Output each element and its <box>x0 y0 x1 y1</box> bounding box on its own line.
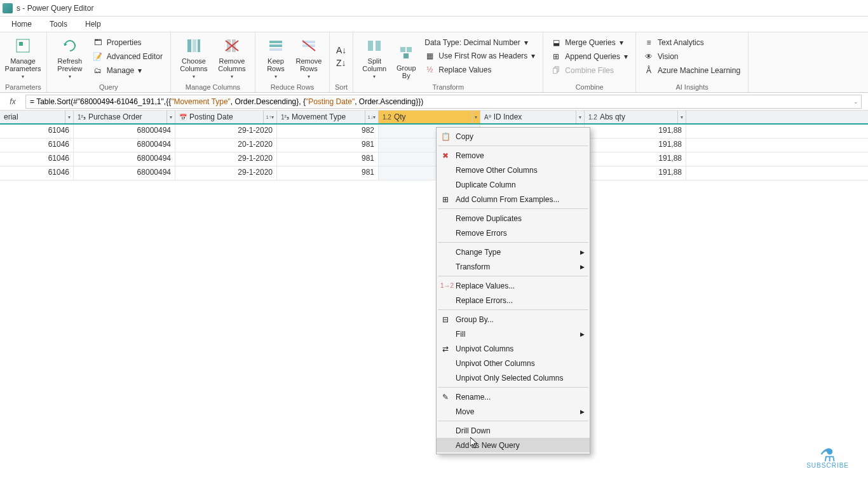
menu-bar: Home Tools Help <box>0 17 868 32</box>
type-int-icon: 1²₃ <box>78 114 86 121</box>
group-by-button[interactable]: Group By <box>393 34 419 81</box>
formula-input[interactable]: = Table.Sort(#"68000494-61046_191,1",{{"… <box>25 95 862 109</box>
properties-button[interactable]: 🗔Properties <box>90 37 165 48</box>
menu-copy[interactable]: 📋Copy <box>437 129 590 144</box>
filter-icon[interactable]: ▾ <box>576 111 581 123</box>
properties-icon: 🗔 <box>93 37 103 48</box>
menu-fill[interactable]: Fill▶ <box>437 327 590 341</box>
data-type-button[interactable]: Data Type: Decimal Number ▾ <box>422 37 538 48</box>
expand-icon[interactable]: ⌄ <box>853 98 858 105</box>
svg-rect-15 <box>368 41 373 51</box>
column-purchase-order[interactable]: 1²₃Purchase Order▾ <box>74 111 175 123</box>
dropdown-icon: ▾ <box>138 66 142 75</box>
manage-parameters-button[interactable]: Manage Parameters ▾ <box>5 34 41 81</box>
fx-icon[interactable]: fx <box>0 97 25 106</box>
column-posting-date[interactable]: 📅Posting Date1↑▾ <box>175 111 277 123</box>
filter-icon[interactable]: 1↑▾ <box>263 111 274 123</box>
formula-bar: fx = Table.Sort(#"68000494-61046_191,1",… <box>0 93 868 111</box>
dropdown-icon: ▾ <box>308 74 310 79</box>
advanced-editor-button[interactable]: 📝Advanced Editor <box>90 51 165 62</box>
svg-rect-5 <box>227 39 231 52</box>
column-abs-qty[interactable]: 1.2Abs qty▾ <box>585 111 686 123</box>
ribbon: Manage Parameters ▾ Parameters Refresh P… <box>0 32 868 93</box>
filter-icon[interactable]: ▾ <box>677 111 683 123</box>
group-icon: ⊟ <box>440 315 451 324</box>
data-grid-header: erial▾ 1²₃Purchase Order▾ 📅Posting Date1… <box>0 111 868 125</box>
filter-icon[interactable]: 1↓▾ <box>365 111 376 123</box>
dropdown-icon: ▾ <box>624 52 628 61</box>
menu-duplicate[interactable]: Duplicate Column <box>437 177 590 192</box>
menu-transform[interactable]: Transform▶ <box>437 259 590 274</box>
remove-rows-button[interactable]: Remove Rows ▾ <box>294 34 324 81</box>
choose-columns-button[interactable]: Choose Columns ▾ <box>176 34 212 81</box>
replace-values-button[interactable]: ½Replace Values <box>422 64 538 76</box>
dropdown-icon: ▾ <box>373 74 376 79</box>
azure-ml-icon: Å <box>644 65 654 76</box>
table-row[interactable]: 61046 68000494 29-1-2020 982 191,88 <box>0 125 868 139</box>
svg-rect-2 <box>187 39 191 52</box>
add-column-icon: ⊞ <box>440 195 451 204</box>
type-int-icon: 1²₃ <box>281 114 289 121</box>
append-queries-button[interactable]: ⊞Append Queries ▾ <box>548 51 630 62</box>
dropdown-icon: ▾ <box>22 74 24 79</box>
menu-home[interactable]: Home <box>11 20 32 29</box>
sort-asc-button[interactable]: A↓ <box>335 44 348 57</box>
merge-queries-button[interactable]: ⬓Merge Queries ▾ <box>548 37 630 48</box>
group-manage-columns: Choose Columns ▾ Remove Columns ▾ Manage… <box>171 32 255 92</box>
unpivot-icon: ⇄ <box>440 344 451 353</box>
table-row[interactable]: 61046 68000494 20-1-2020 981 191,88 <box>0 139 868 152</box>
svg-rect-1 <box>19 42 23 46</box>
menu-rename[interactable]: ✎Rename... <box>437 390 590 404</box>
data-grid-body: 61046 68000494 29-1-2020 982 191,88 6104… <box>0 125 868 180</box>
menu-help[interactable]: Help <box>85 20 101 29</box>
filter-icon[interactable]: ▾ <box>471 111 477 123</box>
table-row[interactable]: 61046 68000494 29-1-2020 981 191,88 <box>0 152 868 166</box>
remove-icon: ✖ <box>440 151 451 160</box>
menu-add-from-examples[interactable]: ⊞Add Column From Examples... <box>437 192 590 207</box>
subscribe-watermark: ⚗ SUBSCRIBE <box>806 449 849 469</box>
title-bar: s - Power Query Editor <box>0 0 868 17</box>
type-date-icon: 📅 <box>179 114 187 121</box>
group-parameters: Manage Parameters ▾ Parameters <box>0 32 47 92</box>
menu-move[interactable]: Move▶ <box>437 404 590 419</box>
manage-button[interactable]: 🗂Manage ▾ <box>90 65 165 76</box>
dropdown-icon: ▾ <box>69 74 71 79</box>
filter-icon[interactable]: ▾ <box>65 111 71 123</box>
column-movement-type[interactable]: 1²₃Movement Type1↓▾ <box>277 111 379 123</box>
combine-icon: 🗍 <box>551 65 561 76</box>
menu-replace-errors[interactable]: Replace Errors... <box>437 293 590 308</box>
menu-group-by[interactable]: ⊟Group By... <box>437 312 590 327</box>
sort-desc-button[interactable]: Z↓ <box>335 57 348 69</box>
menu-unpivot-other[interactable]: Unpivot Other Columns <box>437 356 590 370</box>
menu-change-type[interactable]: Change Type▶ <box>437 245 590 259</box>
keep-rows-button[interactable]: Keep Rows ▾ <box>261 34 291 81</box>
menu-tools[interactable]: Tools <box>50 20 67 29</box>
split-column-button[interactable]: Split Column ▾ <box>358 34 390 81</box>
menu-remove-errors[interactable]: Remove Errors <box>437 226 590 240</box>
first-row-headers-button[interactable]: ▦Use First Row as Headers ▾ <box>422 50 538 62</box>
menu-unpivot[interactable]: ⇄Unpivot Columns <box>437 341 590 356</box>
azure-ml-button[interactable]: ÅAzure Machine Learning <box>641 65 743 76</box>
menu-unpivot-selected[interactable]: Unpivot Only Selected Columns <box>437 370 590 385</box>
menu-replace-values[interactable]: 1→2Replace Values... <box>437 278 590 293</box>
menu-remove[interactable]: ✖Remove <box>437 148 590 163</box>
refresh-preview-button[interactable]: Refresh Preview ▾ <box>52 34 88 81</box>
column-qty[interactable]: 1.2Qty▾ <box>379 111 480 123</box>
vision-button[interactable]: 👁Vision <box>641 51 743 62</box>
menu-remove-duplicates[interactable]: Remove Duplicates <box>437 211 590 226</box>
type-text-icon: Aᴮ <box>484 114 491 121</box>
submenu-arrow-icon: ▶ <box>580 409 585 415</box>
remove-columns-button[interactable]: Remove Columns ▾ <box>214 34 250 81</box>
filter-icon[interactable]: ▾ <box>166 111 172 123</box>
menu-add-as-new-query[interactable]: Add as New Query <box>437 438 590 452</box>
column-material[interactable]: erial▾ <box>0 111 74 123</box>
table-row[interactable]: 61046 68000494 29-1-2020 981 191,88 <box>0 166 868 180</box>
manage-icon: 🗂 <box>93 65 103 76</box>
menu-drill-down[interactable]: Drill Down <box>437 423 590 438</box>
column-id-index[interactable]: AᴮID Index▾ <box>480 111 585 123</box>
remove-columns-icon <box>222 36 242 56</box>
combine-files-button[interactable]: 🗍Combine Files <box>548 65 630 76</box>
refresh-icon <box>60 36 80 56</box>
text-analytics-button[interactable]: ≡Text Analytics <box>641 37 743 48</box>
menu-remove-other[interactable]: Remove Other Columns <box>437 163 590 177</box>
